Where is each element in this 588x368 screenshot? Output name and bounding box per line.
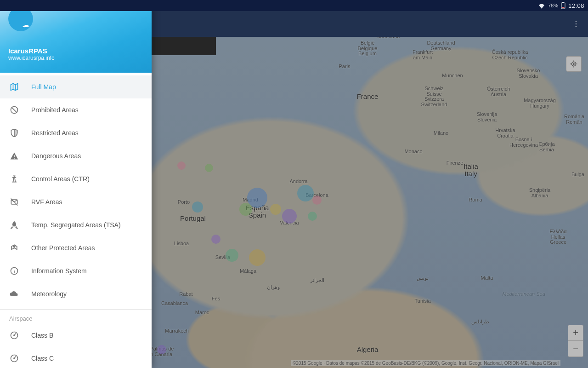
nav-item-label: Class B bbox=[31, 332, 53, 339]
nav-item-label: Class C bbox=[31, 355, 54, 362]
nav-item-label: Dangerous Areas bbox=[31, 152, 81, 160]
nav-item-control-areas-ctr[interactable]: Control Areas (CTR) bbox=[0, 167, 152, 190]
svg-rect-10 bbox=[14, 158, 15, 159]
nav-item-meteorology[interactable]: Meteorology bbox=[0, 282, 152, 305]
rocket-icon bbox=[9, 220, 19, 230]
svg-point-12 bbox=[13, 246, 15, 247]
nav-item-restricted-areas[interactable]: Restricted Areas bbox=[0, 121, 152, 144]
section-label-airspace: Airspace bbox=[0, 310, 152, 324]
nav-item-class-c[interactable]: Class C bbox=[0, 347, 152, 368]
nav-item-label: Meteorology bbox=[31, 290, 67, 298]
nav-item-prohibited-areas[interactable]: Prohibited Areas bbox=[0, 98, 152, 121]
divider bbox=[0, 309, 152, 310]
map-icon bbox=[9, 82, 19, 92]
drawer-list[interactable]: Full MapProhibited AreasRestricted Areas… bbox=[0, 73, 152, 368]
gauge-icon bbox=[9, 354, 19, 363]
area-icon bbox=[9, 243, 19, 253]
nav-item-rvf-areas[interactable]: RVF Areas bbox=[0, 190, 152, 213]
nav-item-label: Prohibited Areas bbox=[31, 106, 79, 114]
nav-item-full-map[interactable]: Full Map bbox=[0, 75, 152, 98]
nav-item-label: Information System bbox=[31, 267, 87, 275]
svg-rect-9 bbox=[14, 155, 15, 157]
navigation-drawer: IcarusRPAS www.icarusrpa.info Full MapPr… bbox=[0, 0, 152, 368]
battery-icon bbox=[561, 2, 565, 9]
info-icon bbox=[9, 266, 19, 276]
svg-point-15 bbox=[14, 335, 15, 336]
nav-item-label: Full Map bbox=[31, 83, 56, 91]
cloud-icon bbox=[9, 289, 19, 299]
app-url: www.icarusrpa.info bbox=[8, 55, 143, 61]
status-bar: 78% 12:08 bbox=[0, 0, 588, 11]
rvf-icon bbox=[9, 197, 19, 207]
nav-item-temp-segregated-areas-tsa[interactable]: Temp. Segregated Areas (TSA) bbox=[0, 213, 152, 236]
nav-item-other-protected-areas[interactable]: Other Protected Areas bbox=[0, 236, 152, 259]
status-clock: 12:08 bbox=[568, 2, 584, 9]
nav-item-dangerous-areas[interactable]: Dangerous Areas bbox=[0, 144, 152, 167]
gauge-icon bbox=[9, 331, 19, 340]
svg-point-17 bbox=[14, 358, 15, 359]
tower-icon bbox=[9, 174, 19, 184]
nav-item-label: Control Areas (CTR) bbox=[31, 175, 90, 183]
svg-rect-7 bbox=[562, 7, 564, 8]
nav-item-class-b[interactable]: Class B bbox=[0, 324, 152, 347]
wifi-icon bbox=[538, 2, 545, 9]
shield-icon bbox=[9, 128, 19, 138]
warning-icon bbox=[9, 151, 19, 161]
prohibited-icon bbox=[9, 105, 19, 115]
nav-item-label: RVF Areas bbox=[31, 198, 62, 206]
nav-item-information-system[interactable]: Information System bbox=[0, 259, 152, 282]
nav-item-label: Temp. Segregated Areas (TSA) bbox=[31, 221, 121, 229]
nav-item-label: Other Protected Areas bbox=[31, 244, 95, 252]
nav-item-label: Restricted Areas bbox=[31, 129, 79, 137]
battery-pct: 78% bbox=[548, 3, 558, 8]
app-name: IcarusRPAS bbox=[8, 47, 143, 55]
